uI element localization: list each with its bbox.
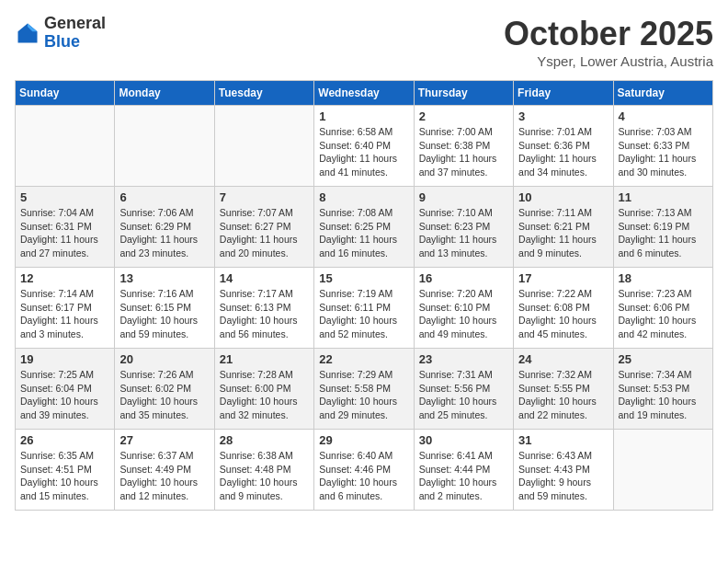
logo: General Blue: [15, 15, 106, 52]
calendar-cell: 7Sunrise: 7:07 AM Sunset: 6:27 PM Daylig…: [214, 187, 313, 268]
calendar-cell: 10Sunrise: 7:11 AM Sunset: 6:21 PM Dayli…: [514, 187, 613, 268]
day-number: 13: [119, 271, 209, 285]
day-number: 2: [419, 109, 508, 123]
logo-icon: [15, 20, 40, 46]
calendar-cell: [214, 106, 313, 187]
column-header-saturday: Saturday: [613, 81, 712, 106]
day-info: Sunrise: 7:16 AM Sunset: 6:15 PM Dayligh…: [119, 287, 209, 341]
calendar-cell: 8Sunrise: 7:08 AM Sunset: 6:25 PM Daylig…: [314, 187, 414, 268]
column-header-sunday: Sunday: [16, 81, 115, 106]
week-row-1: 1Sunrise: 6:58 AM Sunset: 6:40 PM Daylig…: [16, 106, 713, 187]
calendar-cell: 28Sunrise: 6:38 AM Sunset: 4:48 PM Dayli…: [214, 430, 313, 511]
calendar-table: SundayMondayTuesdayWednesdayThursdayFrid…: [15, 80, 713, 511]
day-number: 1: [319, 109, 408, 123]
location-subtitle: Ysper, Lower Austria, Austria: [504, 53, 713, 69]
day-info: Sunrise: 6:40 AM Sunset: 4:46 PM Dayligh…: [319, 449, 408, 503]
day-number: 8: [319, 190, 408, 204]
calendar-cell: [16, 106, 115, 187]
day-info: Sunrise: 7:32 AM Sunset: 5:55 PM Dayligh…: [518, 368, 608, 422]
day-number: 3: [518, 109, 608, 123]
day-number: 6: [119, 190, 209, 204]
day-number: 23: [419, 352, 508, 366]
day-info: Sunrise: 7:04 AM Sunset: 6:31 PM Dayligh…: [20, 206, 109, 260]
day-number: 11: [619, 190, 708, 204]
calendar-cell: 30Sunrise: 6:41 AM Sunset: 4:44 PM Dayli…: [414, 430, 513, 511]
calendar-cell: 6Sunrise: 7:06 AM Sunset: 6:29 PM Daylig…: [115, 187, 214, 268]
day-info: Sunrise: 7:06 AM Sunset: 6:29 PM Dayligh…: [119, 206, 209, 260]
day-number: 27: [119, 433, 209, 447]
day-info: Sunrise: 7:20 AM Sunset: 6:10 PM Dayligh…: [419, 287, 508, 341]
day-info: Sunrise: 6:38 AM Sunset: 4:48 PM Dayligh…: [220, 449, 309, 503]
calendar-cell: 16Sunrise: 7:20 AM Sunset: 6:10 PM Dayli…: [414, 268, 513, 349]
day-number: 15: [319, 271, 408, 285]
calendar-cell: 17Sunrise: 7:22 AM Sunset: 6:08 PM Dayli…: [514, 268, 613, 349]
month-title: October 2025: [504, 15, 713, 53]
day-info: Sunrise: 7:11 AM Sunset: 6:21 PM Dayligh…: [518, 206, 608, 260]
day-number: 30: [419, 433, 508, 447]
calendar-cell: 3Sunrise: 7:01 AM Sunset: 6:36 PM Daylig…: [514, 106, 613, 187]
logo-text: General Blue: [44, 15, 106, 52]
day-number: 10: [518, 190, 608, 204]
day-number: 14: [220, 271, 309, 285]
calendar-cell: 27Sunrise: 6:37 AM Sunset: 4:49 PM Dayli…: [115, 430, 214, 511]
week-row-3: 12Sunrise: 7:14 AM Sunset: 6:17 PM Dayli…: [16, 268, 713, 349]
column-header-monday: Monday: [115, 81, 214, 106]
calendar-cell: 12Sunrise: 7:14 AM Sunset: 6:17 PM Dayli…: [16, 268, 115, 349]
day-info: Sunrise: 7:31 AM Sunset: 5:56 PM Dayligh…: [419, 368, 508, 422]
day-info: Sunrise: 7:22 AM Sunset: 6:08 PM Dayligh…: [518, 287, 608, 341]
day-number: 18: [619, 271, 708, 285]
day-info: Sunrise: 6:58 AM Sunset: 6:40 PM Dayligh…: [319, 125, 408, 179]
day-number: 5: [20, 190, 109, 204]
column-header-friday: Friday: [514, 81, 613, 106]
day-number: 26: [20, 433, 109, 447]
day-info: Sunrise: 6:41 AM Sunset: 4:44 PM Dayligh…: [419, 449, 508, 503]
day-number: 7: [220, 190, 309, 204]
calendar-cell: 22Sunrise: 7:29 AM Sunset: 5:58 PM Dayli…: [314, 349, 414, 430]
calendar-cell: 26Sunrise: 6:35 AM Sunset: 4:51 PM Dayli…: [16, 430, 115, 511]
calendar-cell: [115, 106, 214, 187]
day-number: 4: [619, 109, 708, 123]
day-info: Sunrise: 7:23 AM Sunset: 6:06 PM Dayligh…: [619, 287, 708, 341]
week-row-5: 26Sunrise: 6:35 AM Sunset: 4:51 PM Dayli…: [16, 430, 713, 511]
calendar-cell: 5Sunrise: 7:04 AM Sunset: 6:31 PM Daylig…: [16, 187, 115, 268]
calendar-body: 1Sunrise: 6:58 AM Sunset: 6:40 PM Daylig…: [16, 106, 713, 511]
calendar-cell: 21Sunrise: 7:28 AM Sunset: 6:00 PM Dayli…: [214, 349, 313, 430]
day-number: 9: [419, 190, 508, 204]
day-info: Sunrise: 7:17 AM Sunset: 6:13 PM Dayligh…: [220, 287, 309, 341]
day-number: 21: [220, 352, 309, 366]
day-number: 19: [20, 352, 109, 366]
calendar-cell: 1Sunrise: 6:58 AM Sunset: 6:40 PM Daylig…: [314, 106, 414, 187]
day-info: Sunrise: 7:26 AM Sunset: 6:02 PM Dayligh…: [119, 368, 209, 422]
calendar-cell: 9Sunrise: 7:10 AM Sunset: 6:23 PM Daylig…: [414, 187, 513, 268]
calendar-cell: 18Sunrise: 7:23 AM Sunset: 6:06 PM Dayli…: [613, 268, 712, 349]
calendar-header-row: SundayMondayTuesdayWednesdayThursdayFrid…: [16, 81, 713, 106]
calendar-cell: 13Sunrise: 7:16 AM Sunset: 6:15 PM Dayli…: [115, 268, 214, 349]
calendar-cell: 25Sunrise: 7:34 AM Sunset: 5:53 PM Dayli…: [613, 349, 712, 430]
day-info: Sunrise: 7:01 AM Sunset: 6:36 PM Dayligh…: [518, 125, 608, 179]
day-number: 24: [518, 352, 608, 366]
column-header-thursday: Thursday: [414, 81, 513, 106]
calendar-cell: 14Sunrise: 7:17 AM Sunset: 6:13 PM Dayli…: [214, 268, 313, 349]
day-info: Sunrise: 7:08 AM Sunset: 6:25 PM Dayligh…: [319, 206, 408, 260]
day-number: 17: [518, 271, 608, 285]
calendar-cell: 2Sunrise: 7:00 AM Sunset: 6:38 PM Daylig…: [414, 106, 513, 187]
day-info: Sunrise: 7:25 AM Sunset: 6:04 PM Dayligh…: [20, 368, 109, 422]
calendar-cell: 20Sunrise: 7:26 AM Sunset: 6:02 PM Dayli…: [115, 349, 214, 430]
day-info: Sunrise: 6:37 AM Sunset: 4:49 PM Dayligh…: [119, 449, 209, 503]
week-row-2: 5Sunrise: 7:04 AM Sunset: 6:31 PM Daylig…: [16, 187, 713, 268]
day-number: 16: [419, 271, 508, 285]
calendar-cell: [613, 430, 712, 511]
calendar-cell: 19Sunrise: 7:25 AM Sunset: 6:04 PM Dayli…: [16, 349, 115, 430]
day-number: 28: [220, 433, 309, 447]
day-info: Sunrise: 6:43 AM Sunset: 4:43 PM Dayligh…: [518, 449, 608, 503]
calendar-cell: 15Sunrise: 7:19 AM Sunset: 6:11 PM Dayli…: [314, 268, 414, 349]
day-info: Sunrise: 7:28 AM Sunset: 6:00 PM Dayligh…: [220, 368, 309, 422]
day-info: Sunrise: 7:03 AM Sunset: 6:33 PM Dayligh…: [619, 125, 708, 179]
calendar-cell: 24Sunrise: 7:32 AM Sunset: 5:55 PM Dayli…: [514, 349, 613, 430]
day-info: Sunrise: 7:00 AM Sunset: 6:38 PM Dayligh…: [419, 125, 508, 179]
calendar-cell: 23Sunrise: 7:31 AM Sunset: 5:56 PM Dayli…: [414, 349, 513, 430]
day-info: Sunrise: 7:34 AM Sunset: 5:53 PM Dayligh…: [619, 368, 708, 422]
day-number: 29: [319, 433, 408, 447]
day-number: 12: [20, 271, 109, 285]
page-header: General Blue October 2025 Ysper, Lower A…: [15, 15, 713, 69]
